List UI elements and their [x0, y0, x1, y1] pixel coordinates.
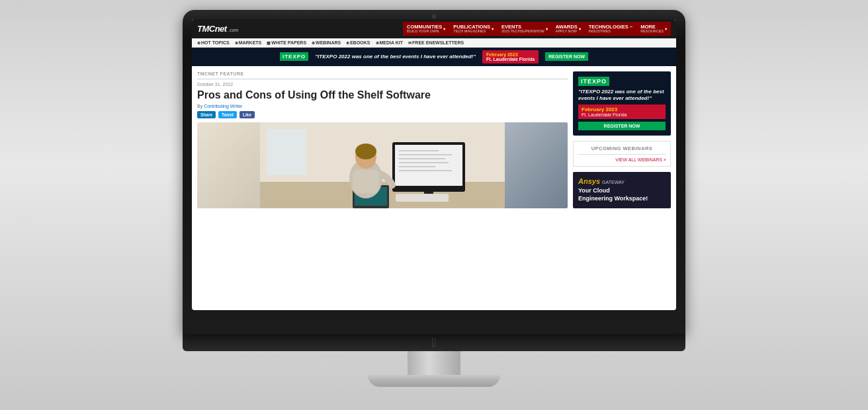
nav-item-events[interactable]: EVENTS 2023 TECHSUPERSHOW ▾: [498, 22, 552, 36]
logo-dotcom: .com: [228, 28, 238, 32]
top-navigation: TMCnet .com COMMUNITIES BUILD YOUR OWN ▾: [192, 19, 676, 38]
nav-item-communities[interactable]: COMMUNITIES BUILD YOUR OWN ▾: [403, 22, 449, 36]
banner-ad-quote: "ITEXPO 2022 was one of the best events …: [315, 54, 476, 60]
svg-point-19: [355, 144, 376, 159]
sec-nav-white-papers[interactable]: ▦ WHITE PAPERS: [267, 40, 306, 45]
svg-rect-7: [399, 154, 452, 155]
imac-stand-neck: [408, 351, 460, 375]
sec-nav-webinars[interactable]: ⊕ WEBINARS: [312, 40, 341, 45]
article-section-label: TMCNET FEATURE: [197, 71, 568, 79]
tweet-button[interactable]: Tweet: [218, 111, 237, 118]
chevron-down-icon: ▾: [546, 26, 548, 31]
svg-rect-6: [399, 150, 439, 151]
apple-logo-icon: : [432, 336, 437, 350]
imac-screen: TMCnet .com COMMUNITIES BUILD YOUR OWN ▾: [192, 19, 676, 310]
banner-date-line1: February 2023: [486, 52, 535, 57]
article-column: TMCNET FEATURE October 31, 2022 Pros and…: [197, 71, 568, 292]
webinars-widget-title: UPCOMING WEBINARS: [578, 145, 666, 155]
article-author: By Contributing Writer: [197, 104, 568, 108]
nav-item-technologies[interactable]: TECHNOLOGIES ~ INDUSTRIES: [585, 22, 636, 36]
nav-sub-communities: BUILD YOUR OWN: [407, 30, 442, 34]
chevron-down-icon: ▾: [492, 26, 494, 31]
svg-point-21: [368, 160, 374, 167]
like-button[interactable]: Like: [239, 111, 255, 118]
svg-rect-3: [267, 129, 306, 175]
sidebar-ad-logo: ITEXPO: [578, 77, 609, 86]
chevron-down-icon: ▾: [665, 26, 667, 31]
secondary-navigation: ⊕ HOT TOPICS ⊕ MARKETS ▦ WHITE PAPERS ⊕ …: [192, 38, 676, 48]
svg-rect-20: [353, 170, 379, 193]
view-all-webinars-link[interactable]: VIEW ALL WEBINARS »: [578, 157, 666, 162]
svg-rect-9: [399, 162, 449, 163]
main-content-area: TMCNET FEATURE October 31, 2022 Pros and…: [192, 66, 676, 298]
nav-item-publications[interactable]: PUBLICATIONS TECH MAGAZINES ▾: [449, 22, 498, 36]
svg-rect-14: [396, 194, 449, 202]
author-prefix: By: [197, 104, 204, 108]
nav-sub-technologies: INDUSTRIES: [589, 30, 632, 34]
markets-icon: ⊕: [235, 40, 238, 45]
imac-monitor: TMCnet .com COMMUNITIES BUILD YOUR OWN ▾: [183, 10, 685, 334]
banner-ad-date-badge: February 2023 Ft. Lauderdale Florida: [482, 50, 539, 63]
sec-nav-hot-topics[interactable]: ⊕ HOT TOPICS: [197, 40, 230, 45]
ansys-sublabel: GATEWAY: [602, 180, 625, 184]
sidebar-itexpo-ad[interactable]: ITEXPO "ITEXPO 2022 was one of the best …: [573, 71, 671, 136]
nav-sub-events: 2023 TECHSUPERSHOW: [501, 30, 544, 34]
sec-nav-enewsletters[interactable]: ✉ FREE ENEWSLETTERS: [408, 40, 464, 45]
nav-item-awards[interactable]: AWARDS APPLY NOW ▾: [552, 22, 585, 36]
ansys-ad-headline: Your Cloud Engineering Workspace!: [578, 187, 666, 202]
site-logo[interactable]: TMCnet .com: [197, 24, 238, 33]
logo-text: TMCnet: [197, 24, 227, 34]
imac-bottom-bezel: : [183, 334, 685, 351]
sidebar-register-button[interactable]: REGISTER NOW: [578, 122, 666, 130]
imac-stand-base: [368, 375, 500, 387]
article-date: October 31, 2022: [197, 82, 568, 87]
sidebar-ansys-ad[interactable]: Ansys GATEWAY Your Cloud Engineering Wor…: [573, 172, 671, 208]
media-kit-icon: ⊕: [376, 40, 379, 45]
article-share-bar: Share Tweet Like: [197, 111, 568, 118]
sec-nav-media-kit[interactable]: ⊕ MEDIA KIT: [376, 40, 404, 45]
chevron-down-icon: ▾: [443, 26, 445, 31]
chevron-down-icon: ▾: [579, 26, 581, 31]
banner-register-button[interactable]: REGISTER NOW: [545, 52, 588, 61]
article-title: Pros and Cons of Using Off the Shelf Sof…: [197, 89, 568, 101]
sidebar-column: ITEXPO "ITEXPO 2022 was one of the best …: [573, 71, 671, 292]
ebooks-icon: ⊕: [346, 40, 349, 45]
nav-item-more[interactable]: More RESOURCES ▾: [636, 22, 671, 36]
imac-computer: TMCnet .com COMMUNITIES BUILD YOUR OWN ▾: [183, 10, 685, 400]
nav-sub-publications: TECH MAGAZINES: [453, 30, 490, 34]
sidebar-date-line2: Ft. Lauderdale Florida: [582, 112, 627, 117]
website-content: TMCnet .com COMMUNITIES BUILD YOUR OWN ▾: [192, 19, 676, 310]
svg-rect-10: [399, 166, 435, 167]
webinars-icon: ⊕: [312, 40, 315, 45]
camera-dot: [432, 15, 436, 19]
svg-rect-11: [399, 170, 452, 171]
author-link[interactable]: Contributing Writer: [204, 104, 242, 108]
sidebar-date-line1: February 2023: [582, 106, 617, 112]
article-featured-image: [197, 122, 568, 208]
sec-nav-ebooks[interactable]: ⊕ EBOOKS: [346, 40, 370, 45]
enewsletters-icon: ✉: [408, 40, 412, 45]
banner-ad-logo: ITEXPO: [280, 52, 308, 61]
nav-sub-awards: APPLY NOW: [556, 30, 578, 34]
nav-sub-more: RESOURCES: [640, 30, 664, 34]
nav-links: COMMUNITIES BUILD YOUR OWN ▾ PUBLICATION…: [403, 22, 671, 36]
banner-date-line2: Ft. Lauderdale Florida: [486, 57, 535, 62]
svg-rect-8: [399, 158, 445, 159]
banner-advertisement[interactable]: ITEXPO "ITEXPO 2022 was one of the best …: [192, 48, 676, 66]
sidebar-ad-quote: "ITEXPO 2022 was one of the best events …: [578, 89, 666, 102]
share-linkedin-button[interactable]: Share: [197, 111, 216, 118]
white-papers-icon: ▦: [267, 40, 271, 45]
hot-topics-icon: ⊕: [197, 40, 200, 45]
sec-nav-markets[interactable]: ⊕ MARKETS: [235, 40, 262, 45]
upcoming-webinars-widget: UPCOMING WEBINARS VIEW ALL WEBINARS »: [573, 141, 671, 167]
sidebar-ad-date-badge: February 2023 Ft. Lauderdale Florida: [578, 104, 666, 119]
ansys-logo: Ansys GATEWAY: [578, 177, 666, 185]
